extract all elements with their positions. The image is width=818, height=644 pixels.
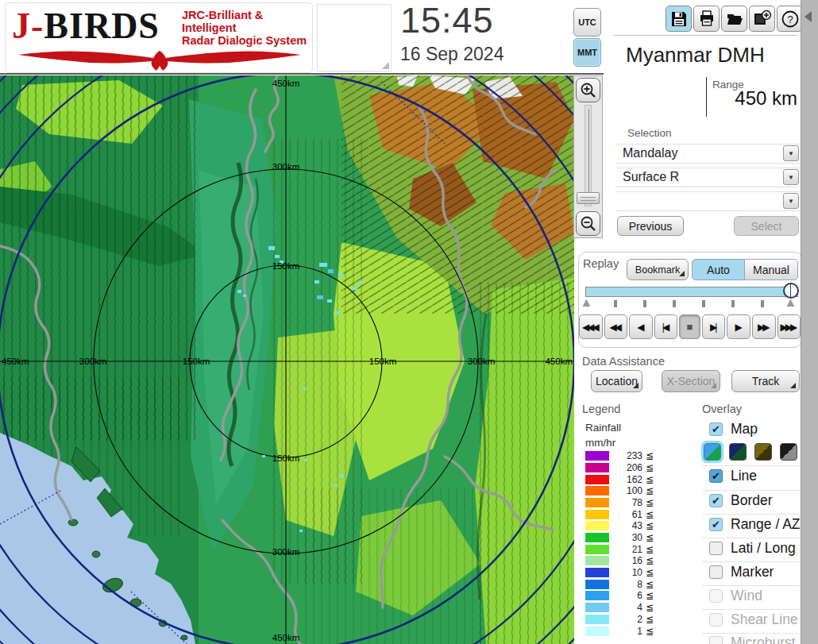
- utc-button[interactable]: UTC: [573, 8, 601, 37]
- chevron-down-icon[interactable]: ▼: [783, 193, 799, 209]
- overlay-item-label: Microburst: [731, 634, 796, 644]
- ring-label-300-top: 300km: [272, 162, 300, 172]
- add-window-button[interactable]: [749, 6, 775, 32]
- logo-title: J-BIRDS: [12, 5, 160, 47]
- logo-tagline-1: JRC-Brilliant & Intelligent: [182, 10, 311, 35]
- step-back-button[interactable]: |◀: [654, 314, 678, 339]
- menu-corner-icon: [633, 383, 639, 388]
- overlay-item-label: Marker: [731, 564, 774, 580]
- save-icon: [670, 10, 688, 28]
- play-back-button[interactable]: ◀: [629, 314, 653, 339]
- help-button[interactable]: ?: [777, 6, 803, 32]
- overlay-separator: [702, 633, 800, 634]
- open-folder-button[interactable]: [721, 6, 747, 32]
- range-az-checkbox[interactable]: ✔: [709, 518, 723, 531]
- folder-icon: [726, 10, 743, 28]
- previous-button[interactable]: Previous: [617, 216, 684, 236]
- overlay-separator: [702, 514, 800, 515]
- legend-swatch: [585, 545, 609, 554]
- replay-slider-track[interactable]: [585, 287, 798, 297]
- legend-swatch: [585, 486, 609, 496]
- step-forward-button[interactable]: ▶|: [702, 314, 726, 339]
- map-checkbox[interactable]: ✔: [709, 422, 723, 436]
- zoom-slider-handle[interactable]: [577, 192, 600, 204]
- track-button[interactable]: Track: [731, 370, 800, 392]
- forward-button[interactable]: ▶▶: [752, 314, 776, 339]
- bookmark-button[interactable]: Bookmark: [627, 259, 689, 280]
- marker-checkbox[interactable]: [709, 565, 723, 579]
- chevron-down-icon[interactable]: ▼: [783, 145, 799, 161]
- select-button[interactable]: Select: [734, 216, 799, 236]
- overlay-separator: [702, 561, 800, 562]
- location-button[interactable]: Location: [591, 370, 642, 392]
- playback-controls: ◀◀◀ ◀◀ ◀ |◀ ■ ▶| ▶ ▶▶ ▶▶▶: [579, 314, 801, 339]
- menu-corner-icon: [790, 383, 796, 388]
- forward-fast-button[interactable]: ▶▶▶: [777, 314, 801, 339]
- location-button-label: Location: [596, 375, 638, 388]
- slider-tick: [643, 300, 646, 307]
- overlay-separator: [702, 538, 800, 538]
- map-style-swatch-3[interactable]: [754, 443, 772, 461]
- print-button[interactable]: [693, 6, 720, 32]
- auto-button[interactable]: Auto: [692, 259, 745, 280]
- logo-title-black: BIRDS: [44, 6, 160, 46]
- legend-swatch: [585, 533, 609, 542]
- manual-button[interactable]: Manual: [744, 259, 798, 280]
- legend-swatch: [585, 463, 609, 472]
- zoom-slider-track[interactable]: [585, 105, 592, 206]
- ring-label-150-top: 150km: [272, 261, 300, 271]
- legend-swatch: [585, 498, 609, 507]
- replay-progress-fill: [586, 287, 789, 296]
- legend-row: 1≦: [585, 626, 658, 637]
- header: J-BIRDS JRC-Brilliant & Intelligent Rada…: [0, 0, 818, 74]
- overlay-item-label: Wind: [731, 588, 762, 604]
- chevron-down-icon[interactable]: ▼: [783, 169, 799, 185]
- legend-row: 10≦: [585, 567, 658, 578]
- product-dropdown-value: Surface R: [623, 170, 679, 184]
- ring-label-450-bottom: 450km: [272, 633, 300, 642]
- rewind-fast-button[interactable]: ◀◀◀: [579, 314, 603, 339]
- collapse-left-icon[interactable]: [804, 11, 812, 22]
- radar-map[interactable]: 450km 300km 150km 150km 300km 450km 450k…: [0, 75, 574, 644]
- ring-label-300-left: 300km: [79, 357, 107, 366]
- zoom-out-button[interactable]: [576, 211, 600, 236]
- border-checkbox[interactable]: ✔: [709, 494, 723, 507]
- bookmark-button-label: Bookmark: [635, 264, 680, 276]
- option-dropdown[interactable]: ▼: [615, 191, 800, 211]
- rewind-button[interactable]: ◀◀: [604, 314, 628, 339]
- zoom-out-icon: [580, 215, 597, 233]
- clock-time: 15:45: [400, 0, 494, 41]
- line-checkbox[interactable]: ✔: [709, 469, 723, 483]
- clock-date: 16 Sep 2024: [400, 44, 504, 65]
- legend-row: 8≦: [585, 579, 658, 590]
- slider-tick: [673, 300, 676, 307]
- add-window-icon: [753, 10, 772, 29]
- lati-long-checkbox[interactable]: [709, 542, 723, 555]
- legend-swatch: [585, 475, 609, 484]
- product-dropdown[interactable]: Surface R ▼: [615, 168, 800, 187]
- radar-map-canvas: 450km 300km 150km 150km 300km 450km 450k…: [0, 75, 574, 644]
- range-start-marker[interactable]: ▲: [581, 295, 592, 309]
- site-dropdown[interactable]: Mandalay ▼: [615, 144, 800, 164]
- shear-line-checkbox: [709, 613, 723, 627]
- xsection-button[interactable]: X-Section: [662, 370, 720, 392]
- legend-swatch: [585, 568, 609, 577]
- legend-title-1: Rainfall: [585, 422, 621, 434]
- overlay-row-shear-line: Shear Line: [702, 611, 801, 632]
- ring-label-150-left: 150km: [183, 357, 210, 366]
- play-button[interactable]: ▶: [727, 314, 750, 339]
- stop-button[interactable]: ■: [679, 314, 700, 339]
- map-style-swatch-1[interactable]: [704, 443, 721, 461]
- logo-tagline-2: Radar Dialogic System: [182, 35, 311, 48]
- legend-swatch: [585, 580, 609, 589]
- mmt-button[interactable]: MMT: [573, 38, 601, 67]
- map-style-swatch-2[interactable]: [729, 443, 747, 461]
- range-end-marker[interactable]: ▲: [785, 295, 797, 309]
- panel-divider: [614, 35, 798, 36]
- panel-collapse-rail[interactable]: [801, 0, 818, 644]
- legend-swatch: [585, 521, 609, 530]
- zoom-in-button[interactable]: [576, 78, 600, 102]
- save-button[interactable]: [666, 6, 692, 32]
- print-icon: [698, 10, 716, 28]
- map-style-swatch-4[interactable]: [780, 443, 797, 461]
